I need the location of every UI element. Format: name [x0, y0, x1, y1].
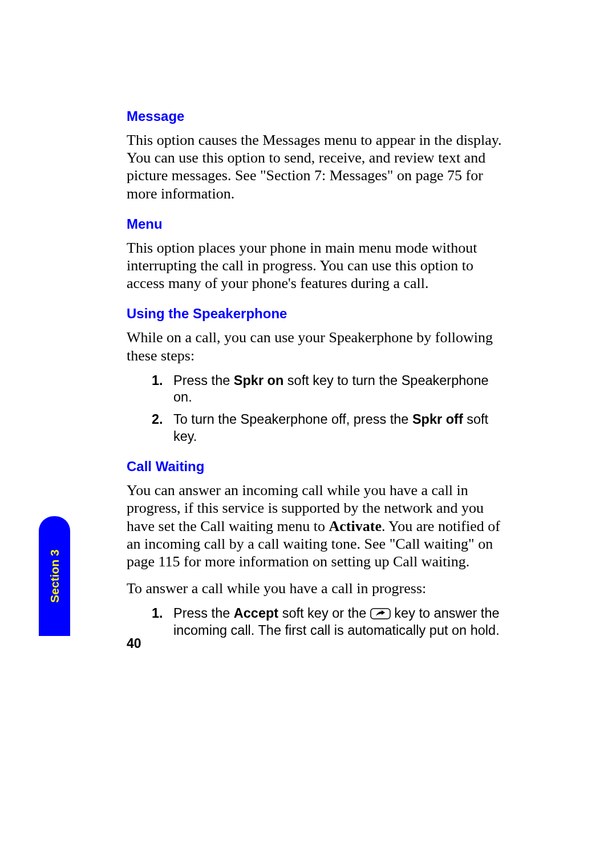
text: Press the	[173, 373, 234, 388]
para-speakerphone-intro: While on a call, you can use your Speake…	[127, 329, 509, 364]
para-call-waiting-1: You can answer an incoming call while yo…	[127, 481, 509, 570]
section-tab: Section 3	[39, 516, 70, 636]
list-marker: 1.	[152, 605, 163, 622]
send-key-icon	[370, 608, 391, 619]
para-menu: This option places your phone in main me…	[127, 239, 509, 293]
heading-speakerphone: Using the Speakerphone	[127, 306, 509, 322]
text: Press the	[173, 606, 234, 621]
heading-menu: Menu	[127, 216, 509, 232]
section-tab-label: Section 3	[48, 549, 62, 602]
heading-call-waiting: Call Waiting	[127, 459, 509, 475]
text-bold: Spkr on	[234, 373, 283, 388]
list-speakerphone: 1. Press the Spkr on soft key to turn th…	[127, 372, 509, 445]
page-content: Message This option causes the Messages …	[127, 108, 509, 653]
text-bold: Activate	[329, 518, 382, 534]
page-number: 40	[127, 636, 141, 651]
text-bold: Spkr off	[412, 412, 463, 427]
page: Message This option causes the Messages …	[0, 0, 616, 851]
list-item: 1. Press the Spkr on soft key to turn th…	[173, 372, 509, 406]
list-marker: 1.	[152, 372, 163, 389]
heading-message: Message	[127, 108, 509, 124]
list-marker: 2.	[152, 411, 163, 428]
text-bold: Accept	[234, 606, 278, 621]
text: To turn the Speakerphone off, press the	[173, 412, 412, 427]
text: soft key or the	[278, 606, 370, 621]
list-item: 1. Press the Accept soft key or the key …	[173, 605, 509, 639]
para-message: This option causes the Messages menu to …	[127, 131, 509, 202]
list-call-waiting: 1. Press the Accept soft key or the key …	[127, 605, 509, 639]
para-call-waiting-2: To answer a call while you have a call i…	[127, 580, 509, 597]
list-item: 2. To turn the Speakerphone off, press t…	[173, 411, 509, 445]
